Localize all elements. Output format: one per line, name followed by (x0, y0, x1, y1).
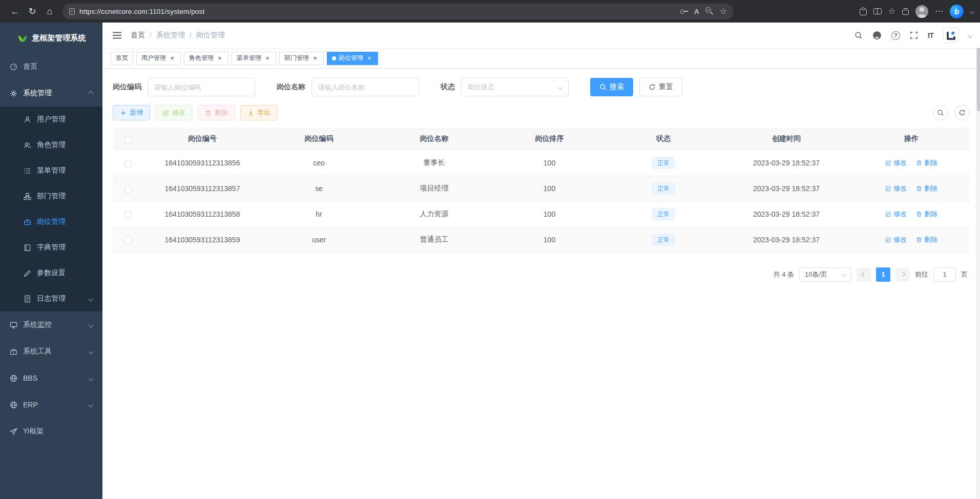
row-delete-link[interactable]: 删除 (916, 184, 937, 193)
url-text[interactable]: https://ccnetcore.com:1101/system/post (79, 8, 676, 15)
row-edit-link[interactable]: 修改 (885, 184, 907, 193)
next-page-button[interactable] (895, 267, 910, 282)
sidebar-item-dept[interactable]: 部门管理 (0, 183, 102, 209)
breadcrumb-separator: / (190, 31, 192, 39)
browser-profile-avatar[interactable] (915, 5, 928, 18)
browser-home-icon[interactable]: ⌂ (41, 3, 58, 19)
row-checkbox[interactable] (124, 160, 132, 167)
chevron-down-icon[interactable] (968, 33, 973, 38)
fullscreen-icon[interactable] (910, 31, 918, 39)
tab-home[interactable]: 首页 (111, 52, 133, 65)
sidebar-item-tools[interactable]: 系统工具 (0, 338, 102, 365)
search-icon[interactable] (854, 31, 863, 39)
close-icon[interactable]: × (311, 55, 319, 62)
breadcrumb-home[interactable]: 首页 (131, 31, 145, 40)
gear-icon (10, 90, 17, 97)
row-edit-link[interactable]: 修改 (885, 158, 907, 168)
table-row: 1641030593112313856 ceo 董事长 100 正常 2023-… (113, 150, 970, 176)
browser-caret-icon[interactable] (970, 9, 975, 14)
sidebar-item-monitor[interactable]: 系统监控 (0, 311, 102, 338)
row-edit-link[interactable]: 修改 (885, 235, 907, 244)
sidebar-item-label: Yi框架 (23, 427, 44, 436)
export-button[interactable]: 导出 (240, 105, 278, 120)
toggle-search-button[interactable] (933, 105, 948, 120)
sidebar-item-yi[interactable]: Yi框架 (0, 418, 102, 445)
extensions-icon[interactable] (860, 9, 867, 15)
github-icon[interactable] (872, 31, 882, 40)
row-delete-link[interactable]: 删除 (916, 210, 937, 219)
list-icon (24, 167, 31, 175)
sidebar-toggle-icon[interactable] (111, 30, 123, 41)
sidebar-item-home[interactable]: 首页 (0, 53, 102, 80)
sidebar-item-log[interactable]: 日志管理 (0, 286, 102, 311)
row-checkbox[interactable] (124, 237, 132, 244)
post-name-input[interactable] (311, 78, 419, 96)
plus-icon (120, 110, 127, 116)
tab-role[interactable]: 角色管理 × (184, 52, 228, 65)
status-label: 状态 (441, 82, 455, 92)
post-code-input[interactable] (148, 78, 255, 96)
row-delete-link[interactable]: 删除 (916, 235, 937, 244)
top-navbar: 首页 / 系统管理 / 岗位管理 ? tT (102, 23, 980, 48)
close-icon[interactable]: × (366, 55, 373, 62)
zoom-out-icon[interactable] (705, 7, 714, 15)
browser-back-icon[interactable]: ← (6, 3, 24, 19)
settings-menu-icon[interactable]: ⋯ (935, 7, 943, 15)
chevron-down-icon (89, 402, 94, 407)
column-header: 状态 (607, 128, 720, 150)
sidebar-item-dict[interactable]: 字典管理 (0, 235, 102, 260)
sidebar-item-role[interactable]: 角色管理 (0, 132, 102, 158)
select-all-checkbox[interactable] (124, 136, 132, 143)
prev-page-button[interactable] (857, 267, 871, 282)
row-checkbox[interactable] (124, 185, 132, 193)
add-button[interactable]: 新增 (113, 105, 150, 120)
sidebar-item-menu[interactable]: 菜单管理 (0, 158, 102, 183)
app-logo[interactable]: 意框架管理系统 (0, 23, 102, 53)
bing-sidebar-icon[interactable]: b (950, 5, 964, 18)
address-bar[interactable]: https://ccnetcore.com:1101/system/post A… (62, 4, 734, 19)
row-edit-link[interactable]: 修改 (885, 210, 907, 219)
add-favorite-star-icon[interactable]: ☆ (720, 7, 727, 15)
split-screen-icon[interactable] (873, 8, 882, 14)
collections-icon[interactable] (902, 10, 909, 15)
page-size-select[interactable]: 10条/页 (799, 267, 851, 282)
row-delete-link[interactable]: 删除 (916, 158, 937, 168)
edit-button[interactable]: 修改 (155, 105, 193, 120)
sidebar-item-bbs[interactable]: BBS (0, 365, 102, 391)
font-size-icon[interactable]: tT (928, 31, 933, 39)
site-info-icon[interactable] (69, 8, 75, 15)
status-select[interactable]: 岗位状态 (461, 78, 569, 96)
search-button[interactable]: 搜索 (590, 78, 633, 96)
close-icon[interactable]: × (169, 55, 176, 62)
sidebar-item-system[interactable]: 系统管理 (0, 80, 102, 107)
goto-page-input[interactable] (933, 267, 956, 282)
user-avatar[interactable] (943, 28, 958, 43)
tab-user[interactable]: 用户管理 × (136, 52, 181, 65)
close-icon[interactable]: × (216, 55, 223, 62)
sidebar-item-post[interactable]: 岗位管理 (0, 209, 102, 235)
tab-post[interactable]: 岗位管理 × (327, 52, 378, 65)
read-aloud-icon[interactable]: A (694, 8, 699, 15)
page-number-current[interactable]: 1 (876, 267, 890, 282)
refresh-table-button[interactable] (954, 105, 970, 120)
tab-dept[interactable]: 部门管理 × (279, 52, 324, 65)
row-checkbox[interactable] (124, 211, 132, 218)
sidebar-item-user[interactable]: 用户管理 (0, 107, 102, 132)
close-icon[interactable]: × (264, 55, 271, 62)
favorites-icon[interactable]: ☆ (888, 7, 895, 15)
trash-icon (916, 185, 922, 192)
reset-button[interactable]: 重置 (639, 78, 682, 96)
status-badge: 正常 (652, 209, 675, 220)
password-key-icon[interactable] (680, 8, 688, 15)
breadcrumb-system[interactable]: 系统管理 (156, 31, 185, 40)
post-sort-cell: 100 (492, 150, 607, 176)
sidebar-item-erp[interactable]: ERP (0, 391, 102, 418)
page-scrollbar[interactable] (976, 23, 980, 499)
browser-refresh-icon[interactable]: ↻ (24, 3, 41, 19)
delete-button[interactable]: 删除 (198, 105, 235, 120)
sidebar-item-param[interactable]: 参数设置 (0, 260, 102, 286)
post-sort-cell: 100 (492, 176, 607, 201)
help-icon[interactable]: ? (891, 31, 900, 40)
tab-menu[interactable]: 菜单管理 × (232, 52, 276, 65)
sidebar-item-label: BBS (23, 374, 37, 382)
